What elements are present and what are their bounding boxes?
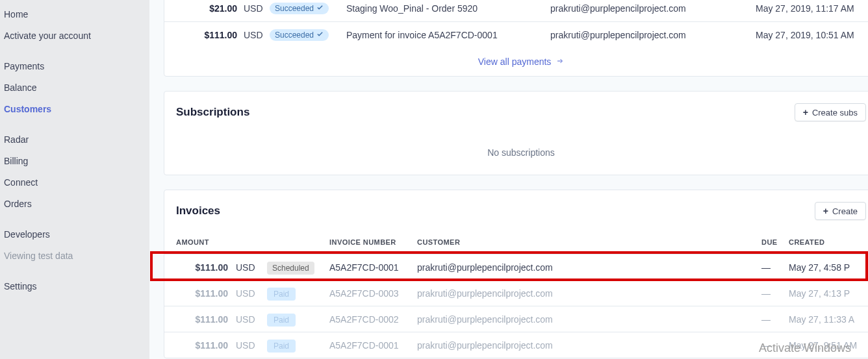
invoice-currency: USD <box>228 314 267 325</box>
invoice-currency: USD <box>228 262 267 273</box>
payment-status: Succeeded <box>270 3 342 14</box>
payment-description: Staging Woo_Pinal - Order 5920 <box>342 3 550 14</box>
status-badge-label: Succeeded <box>275 31 314 40</box>
sidebar-item-orders[interactable]: Orders <box>4 193 149 215</box>
sidebar-item-payments[interactable]: Payments <box>4 56 149 77</box>
payment-status: Succeeded <box>270 29 342 41</box>
payment-date: May 27, 2019, 11:17 AM <box>756 3 867 14</box>
invoice-row[interactable]: $111.00 USD Scheduled A5A2F7CD-0001 prak… <box>164 254 868 280</box>
col-amount: AMOUNT <box>176 238 228 246</box>
arrow-right-icon <box>556 56 564 67</box>
sidebar-gap <box>4 120 149 129</box>
payment-row[interactable]: $21.00 USD Succeeded Staging Woo_Pinal -… <box>164 0 868 21</box>
subscriptions-card: Subscriptions + Create subs No subscript… <box>164 91 868 175</box>
invoice-currency: USD <box>228 340 267 351</box>
invoice-row[interactable]: $111.00 USD Paid A5A2F7CD-0003 prakruti@… <box>164 280 868 306</box>
invoice-status: Paid <box>267 314 329 325</box>
status-badge-paid: Paid <box>267 288 296 301</box>
invoice-amount: $111.00 <box>176 314 228 325</box>
check-icon <box>316 4 324 13</box>
subscriptions-empty: No subscriptions <box>164 132 868 175</box>
invoice-due: — <box>761 314 789 325</box>
invoice-amount: $111.00 <box>176 288 228 299</box>
invoice-number: A5A2F7CD-0001 <box>329 262 417 273</box>
invoice-due: — <box>761 288 789 299</box>
sidebar-gap <box>4 267 149 276</box>
col-invoice-number: INVOICE NUMBER <box>329 238 417 246</box>
invoice-created: May 27, 4:13 P <box>789 288 866 299</box>
app-root: Home Activate your account Payments Bala… <box>0 0 868 359</box>
sidebar-item-billing[interactable]: Billing <box>4 151 149 172</box>
invoice-row[interactable]: $111.00 USD Paid A5A2F7CD-0001 prakruti@… <box>164 332 868 358</box>
sidebar-item-customers[interactable]: Customers <box>4 99 149 120</box>
invoice-customer: prakruti@purplepencilproject.com <box>417 262 761 273</box>
col-due: DUE <box>761 238 789 246</box>
sidebar-item-settings[interactable]: Settings <box>4 276 149 297</box>
invoice-created: May 27, 4:58 P <box>789 262 866 273</box>
invoice-amount: $111.00 <box>176 262 228 273</box>
sidebar-gap <box>4 47 149 56</box>
sidebar-gap <box>4 215 149 224</box>
sidebar-item-developers[interactable]: Developers <box>4 224 149 245</box>
subscriptions-title: Subscriptions <box>176 106 249 119</box>
create-invoice-button[interactable]: + Create <box>815 202 866 220</box>
create-subscription-label: Create subs <box>812 108 858 118</box>
invoice-due: — <box>761 262 789 273</box>
status-badge-label: Succeeded <box>275 4 314 13</box>
invoice-number: A5A2F7CD-0002 <box>329 314 417 325</box>
status-badge-paid: Paid <box>267 340 296 353</box>
invoice-status: Paid <box>267 288 329 299</box>
status-badge-succeeded: Succeeded <box>270 3 329 14</box>
payment-description: Payment for invoice A5A2F7CD-0001 <box>342 30 550 40</box>
invoice-status: Paid <box>267 340 329 351</box>
view-all-label: View all payments <box>478 56 552 67</box>
payment-currency: USD <box>237 30 270 40</box>
col-created: CREATED <box>789 238 866 246</box>
invoice-customer: prakruti@purplepencilproject.com <box>417 314 761 325</box>
invoice-customer: prakruti@purplepencilproject.com <box>417 340 761 351</box>
sidebar-item-balance[interactable]: Balance <box>4 77 149 99</box>
sidebar-item-home[interactable]: Home <box>4 4 149 25</box>
invoice-amount: $111.00 <box>176 340 228 351</box>
col-customer: CUSTOMER <box>417 238 761 246</box>
invoice-row[interactable]: $111.00 USD Paid A5A2F7CD-0002 prakruti@… <box>164 306 868 332</box>
create-subscription-button[interactable]: + Create subs <box>795 103 866 121</box>
payment-currency: USD <box>237 3 270 14</box>
subscriptions-header: Subscriptions + Create subs <box>164 92 868 132</box>
sidebar-item-activate-account[interactable]: Activate your account <box>4 25 149 47</box>
plus-icon: + <box>823 206 828 216</box>
invoice-created: May 27, 11:33 A <box>789 314 866 325</box>
invoice-customer: prakruti@purplepencilproject.com <box>417 288 761 299</box>
invoices-column-header: AMOUNT INVOICE NUMBER CUSTOMER DUE CREAT… <box>164 230 868 254</box>
payment-email: prakruti@purplepencilproject.com <box>550 3 756 14</box>
invoice-number: A5A2F7CD-0003 <box>329 288 417 299</box>
invoices-title: Invoices <box>176 204 220 217</box>
payments-card: $21.00 USD Succeeded Staging Woo_Pinal -… <box>164 0 868 77</box>
payment-amount: $111.00 <box>175 30 237 40</box>
status-badge-scheduled: Scheduled <box>267 262 314 275</box>
payment-amount: $21.00 <box>175 3 237 14</box>
invoice-status: Scheduled <box>267 262 329 273</box>
check-icon <box>316 31 324 40</box>
view-all-payments: View all payments <box>164 47 868 76</box>
plus-icon: + <box>803 107 808 118</box>
invoices-header: Invoices + Create <box>164 190 868 230</box>
payment-row[interactable]: $111.00 USD Succeeded Payment for invoic… <box>164 21 868 47</box>
payment-date: May 27, 2019, 10:51 AM <box>756 30 867 40</box>
invoice-currency: USD <box>228 288 267 299</box>
payment-email: prakruti@purplepencilproject.com <box>550 30 756 40</box>
invoice-number: A5A2F7CD-0001 <box>329 340 417 351</box>
invoice-due: — <box>761 340 789 351</box>
invoice-created: May 27, 9:51 AM <box>789 340 866 351</box>
status-badge-succeeded: Succeeded <box>270 29 329 41</box>
sidebar-item-radar[interactable]: Radar <box>4 129 149 151</box>
invoices-card: Invoices + Create AMOUNT INVOICE NUMBER … <box>164 190 868 358</box>
view-all-payments-link[interactable]: View all payments <box>478 56 564 67</box>
create-invoice-label: Create <box>832 206 858 216</box>
sidebar-item-connect[interactable]: Connect <box>4 172 149 193</box>
sidebar-item-viewing-test-data[interactable]: Viewing test data <box>4 245 149 267</box>
main-content: $21.00 USD Succeeded Staging Woo_Pinal -… <box>149 0 868 359</box>
status-badge-paid: Paid <box>267 314 296 327</box>
sidebar: Home Activate your account Payments Bala… <box>0 0 149 359</box>
